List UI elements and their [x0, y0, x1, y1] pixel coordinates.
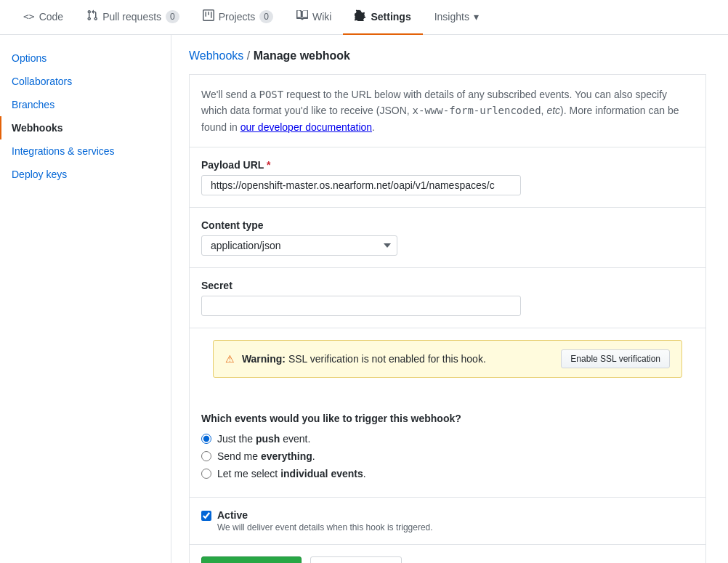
nav-projects-label: Projects	[219, 11, 256, 23]
main-content: Webhooks / Manage webhook We'll send a P…	[171, 35, 724, 563]
breadcrumb-current: Manage webhook	[254, 49, 350, 62]
delete-webhook-button[interactable]: Delete webhook	[310, 556, 402, 563]
sidebar-item-collaborators[interactable]: Collaborators	[0, 70, 171, 93]
nav-pull-requests-label: Pull requests	[102, 11, 161, 23]
nav-insights[interactable]: Insights ▾	[423, 1, 490, 34]
active-label: Active	[217, 509, 248, 521]
nav-code[interactable]: <> Code	[12, 1, 75, 34]
sidebar-item-webhooks[interactable]: Webhooks	[0, 116, 171, 139]
pull-requests-badge: 0	[166, 10, 179, 23]
warning-container: ⚠ Warning: SSL verification is not enabl…	[190, 340, 705, 401]
warning-description: SSL verification is not enabled for this…	[288, 353, 486, 365]
enable-ssl-button[interactable]: Enable SSL verification	[561, 349, 670, 368]
content-type-label: Content type	[201, 219, 694, 231]
sidebar-item-integrations[interactable]: Integrations & services	[0, 139, 171, 163]
push-event-radio[interactable]	[201, 434, 211, 444]
webhook-description: We'll send a POST request to the URL bel…	[190, 75, 705, 147]
active-checkbox[interactable]	[201, 511, 211, 521]
nav-projects[interactable]: Projects 0	[191, 0, 285, 35]
events-section: Which events would you like to trigger t…	[190, 401, 705, 498]
everything-event-radio[interactable]	[201, 451, 211, 461]
nav-wiki[interactable]: Wiki	[285, 0, 343, 35]
webhook-form-container: We'll send a POST request to the URL bel…	[189, 74, 706, 563]
desc-text-before: We'll send a	[201, 89, 259, 100]
breadcrumb-parent-link[interactable]: Webhooks	[189, 49, 243, 62]
developer-docs-link[interactable]: our developer documentation	[240, 121, 372, 133]
radio-group-everything: Send me everything.	[201, 450, 694, 462]
required-asterisk: *	[267, 159, 270, 171]
breadcrumb-separator: /	[247, 49, 254, 62]
warning-text-container: ⚠ Warning: SSL verification is not enabl…	[225, 353, 486, 365]
active-section: Active We will deliver event details whe…	[190, 498, 705, 544]
secret-group: Secret	[190, 268, 705, 328]
button-row: Update webhook Delete webhook	[190, 544, 705, 563]
payload-url-group: Payload URL *	[190, 147, 705, 208]
content-type-group: Content type application/json applicatio…	[190, 208, 705, 268]
breadcrumb: Webhooks / Manage webhook	[189, 49, 706, 62]
nav-insights-label: Insights	[434, 11, 469, 23]
projects-icon	[203, 9, 214, 23]
everything-event-label: Send me everything.	[217, 450, 315, 462]
content-type-select[interactable]: application/json application/x-www-form-…	[201, 235, 397, 256]
individual-events-label: Let me select individual events.	[217, 468, 366, 479]
sidebar: Options Collaborators Branches Webhooks …	[0, 35, 171, 563]
code-icon: <>	[23, 11, 35, 22]
update-webhook-button[interactable]: Update webhook	[201, 556, 302, 563]
secret-label: Secret	[201, 280, 694, 291]
desc-code-urlencoded: x-www-form-urlencoded	[413, 105, 541, 116]
top-navigation: <> Code Pull requests 0 Projects 0 Wiki …	[0, 0, 728, 35]
wiki-icon	[296, 9, 308, 23]
warning-triangle-icon: ⚠	[225, 353, 235, 365]
radio-group-individual: Let me select individual events.	[201, 468, 694, 479]
sidebar-item-branches[interactable]: Branches	[0, 93, 171, 116]
warning-bold-text: Warning:	[242, 353, 286, 365]
settings-icon	[355, 9, 366, 23]
nav-settings-label: Settings	[371, 11, 410, 23]
desc-code-post: POST	[259, 89, 283, 100]
payload-url-input[interactable]	[201, 175, 521, 195]
active-label-container: Active We will deliver event details whe…	[217, 509, 433, 532]
active-checkbox-group: Active We will deliver event details whe…	[201, 509, 694, 532]
active-description: We will deliver event details when this …	[217, 522, 433, 532]
sidebar-item-options[interactable]: Options	[0, 46, 171, 70]
events-title: Which events would you like to trigger t…	[201, 413, 694, 424]
nav-pull-requests[interactable]: Pull requests 0	[75, 0, 191, 35]
individual-events-radio[interactable]	[201, 469, 211, 479]
nav-wiki-label: Wiki	[312, 11, 331, 23]
nav-settings[interactable]: Settings	[343, 0, 422, 35]
radio-group-push: Just the push event.	[201, 433, 694, 445]
ssl-warning-box: ⚠ Warning: SSL verification is not enabl…	[213, 340, 682, 378]
insights-dropdown-icon: ▾	[474, 11, 479, 23]
nav-code-label: Code	[39, 11, 63, 23]
page-layout: Options Collaborators Branches Webhooks …	[0, 35, 728, 563]
push-event-label: Just the push event.	[217, 433, 310, 445]
secret-input[interactable]	[201, 296, 521, 316]
sidebar-item-deploy-keys[interactable]: Deploy keys	[0, 163, 171, 186]
payload-url-label: Payload URL *	[201, 159, 694, 171]
projects-badge: 0	[259, 10, 273, 23]
pull-request-icon	[86, 9, 98, 23]
